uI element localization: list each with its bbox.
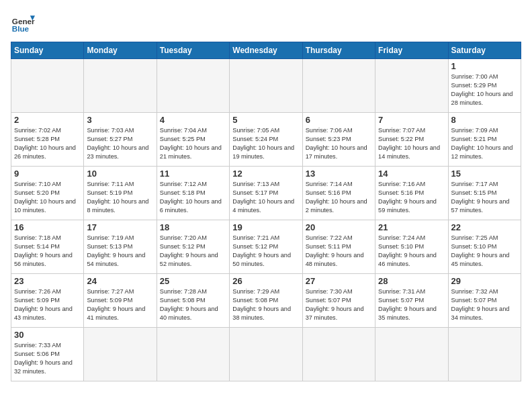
- logo: General Blue: [11, 11, 35, 35]
- day-number: 2: [14, 115, 81, 125]
- day-info: Sunrise: 7:31 AMSunset: 5:07 PMDaylight:…: [378, 287, 445, 322]
- day-info: Sunrise: 7:17 AMSunset: 5:15 PMDaylight:…: [451, 180, 518, 215]
- day-number: 18: [160, 222, 226, 232]
- day-info: Sunrise: 7:28 AMSunset: 5:08 PMDaylight:…: [160, 287, 226, 322]
- calendar-row: 30Sunrise: 7:33 AMSunset: 5:06 PMDayligh…: [11, 328, 521, 381]
- day-cell-11: 11Sunrise: 7:12 AMSunset: 5:18 PMDayligh…: [157, 167, 229, 220]
- empty-cell: [230, 59, 302, 113]
- day-cell-13: 13Sunrise: 7:14 AMSunset: 5:16 PMDayligh…: [302, 167, 375, 220]
- day-info: Sunrise: 7:27 AMSunset: 5:09 PMDaylight:…: [87, 287, 153, 322]
- day-number: 14: [378, 169, 445, 179]
- day-number: 7: [378, 115, 445, 125]
- header: General Blue: [11, 11, 521, 35]
- empty-cell: [84, 328, 157, 381]
- day-info: Sunrise: 7:24 AMSunset: 5:10 PMDaylight:…: [378, 234, 445, 269]
- day-info: Sunrise: 7:04 AMSunset: 5:25 PMDaylight:…: [160, 126, 226, 161]
- day-number: 10: [87, 169, 153, 179]
- empty-cell: [302, 59, 375, 113]
- day-info: Sunrise: 7:18 AMSunset: 5:14 PMDaylight:…: [14, 234, 81, 269]
- day-number: 11: [160, 169, 226, 179]
- day-info: Sunrise: 7:16 AMSunset: 5:16 PMDaylight:…: [378, 180, 445, 215]
- calendar-row: 16Sunrise: 7:18 AMSunset: 5:14 PMDayligh…: [11, 220, 521, 274]
- day-cell-22: 22Sunrise: 7:25 AMSunset: 5:10 PMDayligh…: [448, 220, 521, 274]
- day-cell-5: 5Sunrise: 7:05 AMSunset: 5:24 PMDaylight…: [230, 113, 302, 167]
- day-number: 30: [14, 330, 81, 340]
- day-number: 4: [160, 115, 226, 125]
- empty-cell: [302, 328, 375, 381]
- day-info: Sunrise: 7:07 AMSunset: 5:22 PMDaylight:…: [378, 126, 445, 161]
- day-number: 16: [14, 222, 81, 232]
- day-info: Sunrise: 7:10 AMSunset: 5:20 PMDaylight:…: [14, 180, 81, 215]
- day-number: 23: [14, 276, 81, 286]
- day-info: Sunrise: 7:00 AMSunset: 5:29 PMDaylight:…: [451, 73, 518, 107]
- day-number: 26: [232, 276, 299, 286]
- day-cell-24: 24Sunrise: 7:27 AMSunset: 5:09 PMDayligh…: [84, 274, 157, 328]
- weekday-header-friday: Friday: [375, 42, 448, 59]
- logo-icon: General Blue: [11, 11, 35, 35]
- day-cell-27: 27Sunrise: 7:30 AMSunset: 5:07 PMDayligh…: [302, 274, 375, 328]
- day-cell-23: 23Sunrise: 7:26 AMSunset: 5:09 PMDayligh…: [11, 274, 84, 328]
- day-cell-9: 9Sunrise: 7:10 AMSunset: 5:20 PMDaylight…: [11, 167, 84, 220]
- day-number: 3: [87, 115, 153, 125]
- calendar-row: 1Sunrise: 7:00 AMSunset: 5:29 PMDaylight…: [11, 59, 521, 113]
- calendar-row: 9Sunrise: 7:10 AMSunset: 5:20 PMDaylight…: [11, 167, 521, 220]
- empty-cell: [448, 328, 521, 381]
- day-cell-12: 12Sunrise: 7:13 AMSunset: 5:17 PMDayligh…: [230, 167, 302, 220]
- day-info: Sunrise: 7:30 AMSunset: 5:07 PMDaylight:…: [306, 287, 372, 322]
- day-number: 28: [378, 276, 445, 286]
- day-cell-18: 18Sunrise: 7:20 AMSunset: 5:12 PMDayligh…: [157, 220, 229, 274]
- day-info: Sunrise: 7:26 AMSunset: 5:09 PMDaylight:…: [14, 287, 81, 322]
- day-info: Sunrise: 7:19 AMSunset: 5:13 PMDaylight:…: [87, 234, 153, 269]
- day-info: Sunrise: 7:20 AMSunset: 5:12 PMDaylight:…: [160, 234, 226, 269]
- day-cell-16: 16Sunrise: 7:18 AMSunset: 5:14 PMDayligh…: [11, 220, 84, 274]
- empty-cell: [11, 59, 84, 113]
- day-number: 20: [306, 222, 372, 232]
- day-number: 13: [306, 169, 372, 179]
- day-cell-2: 2Sunrise: 7:02 AMSunset: 5:28 PMDaylight…: [11, 113, 84, 167]
- day-number: 17: [87, 222, 153, 232]
- day-cell-17: 17Sunrise: 7:19 AMSunset: 5:13 PMDayligh…: [84, 220, 157, 274]
- day-number: 5: [232, 115, 299, 125]
- day-number: 19: [232, 222, 299, 232]
- day-cell-30: 30Sunrise: 7:33 AMSunset: 5:06 PMDayligh…: [11, 328, 84, 381]
- day-cell-26: 26Sunrise: 7:29 AMSunset: 5:08 PMDayligh…: [230, 274, 302, 328]
- day-cell-15: 15Sunrise: 7:17 AMSunset: 5:15 PMDayligh…: [448, 167, 521, 220]
- day-info: Sunrise: 7:11 AMSunset: 5:19 PMDaylight:…: [87, 180, 153, 215]
- calendar: SundayMondayTuesdayWednesdayThursdayFrid…: [11, 42, 521, 381]
- empty-cell: [230, 328, 302, 381]
- day-cell-4: 4Sunrise: 7:04 AMSunset: 5:25 PMDaylight…: [157, 113, 229, 167]
- empty-cell: [84, 59, 157, 113]
- day-cell-14: 14Sunrise: 7:16 AMSunset: 5:16 PMDayligh…: [375, 167, 448, 220]
- empty-cell: [157, 328, 229, 381]
- day-info: Sunrise: 7:25 AMSunset: 5:10 PMDaylight:…: [451, 234, 518, 269]
- day-cell-1: 1Sunrise: 7:00 AMSunset: 5:29 PMDaylight…: [448, 59, 521, 113]
- day-info: Sunrise: 7:21 AMSunset: 5:12 PMDaylight:…: [232, 234, 299, 269]
- weekday-header-row: SundayMondayTuesdayWednesdayThursdayFrid…: [11, 42, 521, 59]
- day-cell-29: 29Sunrise: 7:32 AMSunset: 5:07 PMDayligh…: [448, 274, 521, 328]
- empty-cell: [375, 328, 448, 381]
- day-number: 25: [160, 276, 226, 286]
- day-number: 15: [451, 169, 518, 179]
- day-number: 21: [378, 222, 445, 232]
- day-info: Sunrise: 7:03 AMSunset: 5:27 PMDaylight:…: [87, 126, 153, 161]
- day-cell-6: 6Sunrise: 7:06 AMSunset: 5:23 PMDaylight…: [302, 113, 375, 167]
- day-info: Sunrise: 7:06 AMSunset: 5:23 PMDaylight:…: [306, 126, 372, 161]
- day-cell-3: 3Sunrise: 7:03 AMSunset: 5:27 PMDaylight…: [84, 113, 157, 167]
- day-cell-7: 7Sunrise: 7:07 AMSunset: 5:22 PMDaylight…: [375, 113, 448, 167]
- calendar-row: 2Sunrise: 7:02 AMSunset: 5:28 PMDaylight…: [11, 113, 521, 167]
- day-cell-28: 28Sunrise: 7:31 AMSunset: 5:07 PMDayligh…: [375, 274, 448, 328]
- day-number: 12: [232, 169, 299, 179]
- day-number: 9: [14, 169, 81, 179]
- weekday-header-thursday: Thursday: [302, 42, 375, 59]
- empty-cell: [375, 59, 448, 113]
- day-info: Sunrise: 7:33 AMSunset: 5:06 PMDaylight:…: [14, 341, 81, 376]
- day-number: 27: [306, 276, 372, 286]
- day-info: Sunrise: 7:09 AMSunset: 5:21 PMDaylight:…: [451, 126, 518, 161]
- day-number: 22: [451, 222, 518, 232]
- day-number: 1: [451, 61, 518, 71]
- weekday-header-wednesday: Wednesday: [230, 42, 302, 59]
- calendar-row: 23Sunrise: 7:26 AMSunset: 5:09 PMDayligh…: [11, 274, 521, 328]
- day-info: Sunrise: 7:12 AMSunset: 5:18 PMDaylight:…: [160, 180, 226, 215]
- day-number: 8: [451, 115, 518, 125]
- weekday-header-sunday: Sunday: [11, 42, 84, 59]
